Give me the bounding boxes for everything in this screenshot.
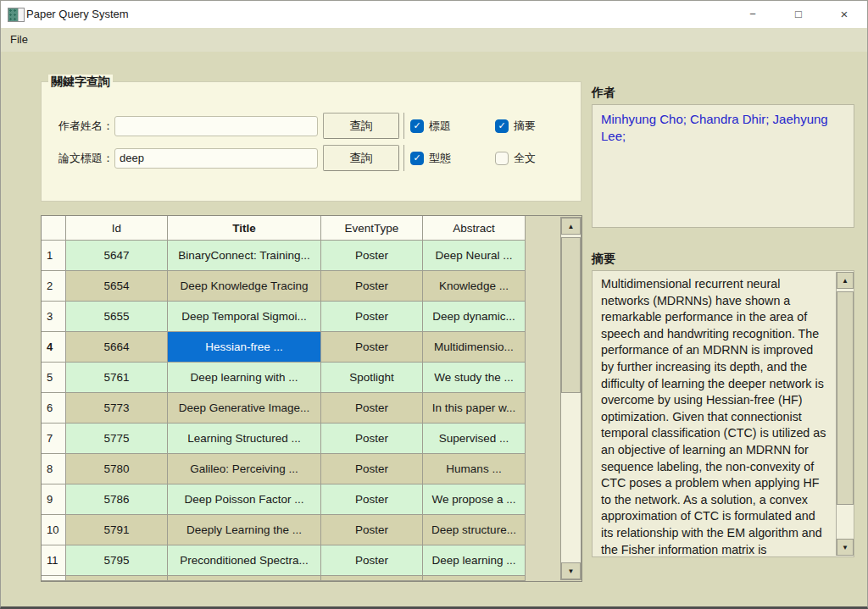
- cell-id[interactable]: 5654: [66, 271, 168, 302]
- menu-bar: File: [1, 28, 867, 52]
- title-query-row: 論文標題： 查詢 ✓ 型態 全文: [58, 145, 536, 171]
- scroll-down-icon[interactable]: ▼: [837, 539, 854, 556]
- cell-id[interactable]: 5780: [66, 454, 168, 484]
- cell-abstract[interactable]: Deep Neural ...: [423, 241, 526, 271]
- table-scrollbar-thumb[interactable]: [561, 237, 581, 393]
- scroll-up-icon[interactable]: ▲: [837, 272, 854, 289]
- cell-eventtype[interactable]: Poster: [321, 545, 423, 576]
- paper-title-input[interactable]: [114, 148, 318, 169]
- abstract-scrollbar[interactable]: ▲ ▼: [836, 272, 854, 556]
- partial-row-cell[interactable]: [168, 576, 321, 581]
- scroll-down-icon[interactable]: ▼: [561, 562, 581, 579]
- cell-title[interactable]: BinaryConnect: Training...: [168, 241, 321, 271]
- cell-title[interactable]: Deep learning with ...: [168, 363, 321, 393]
- cell-eventtype[interactable]: Poster: [321, 484, 423, 515]
- close-button[interactable]: ×: [830, 1, 859, 27]
- cell-eventtype[interactable]: Poster: [321, 424, 423, 454]
- row-number: 7: [42, 424, 66, 454]
- row-number: 3: [42, 302, 66, 332]
- row-number: 5: [42, 363, 66, 393]
- cell-eventtype[interactable]: Poster: [321, 271, 423, 302]
- cell-abstract[interactable]: Multidimensio...: [423, 332, 526, 363]
- cell-title[interactable]: Deep Generative Image...: [168, 393, 321, 424]
- row-filler: [526, 545, 562, 576]
- cell-abstract[interactable]: Supervised ...: [423, 424, 526, 454]
- cell-title[interactable]: Learning Structured ...: [168, 424, 321, 454]
- column-header-abstract[interactable]: Abstract: [423, 216, 526, 241]
- cell-title[interactable]: Galileo: Perceiving ...: [168, 454, 321, 484]
- cell-title[interactable]: Deep Temporal Sigmoi...: [168, 302, 321, 332]
- cell-eventtype[interactable]: Poster: [321, 332, 423, 363]
- menu-file[interactable]: File: [1, 28, 37, 52]
- author-query-row: 作者姓名： 查詢 ✓ 標題 ✓ 摘要: [58, 113, 536, 139]
- title-bar: Paper Query System − □ ×: [1, 1, 867, 28]
- cell-title[interactable]: Deep Knowledge Tracing: [168, 271, 321, 302]
- abstract-checkbox[interactable]: ✓: [495, 119, 509, 133]
- row-number: 8: [42, 454, 66, 484]
- fulltext-checkbox[interactable]: [495, 152, 509, 165]
- author-name-input[interactable]: [114, 116, 318, 136]
- cell-id[interactable]: 5761: [66, 363, 168, 393]
- type-checkbox-label[interactable]: 型態: [429, 151, 451, 166]
- abstract-checkbox-label[interactable]: 摘要: [514, 119, 536, 134]
- cell-title[interactable]: Deep Poisson Factor ...: [168, 484, 321, 515]
- title-checkbox[interactable]: ✓: [410, 119, 424, 133]
- row-filler: [526, 576, 562, 581]
- cell-abstract[interactable]: Deep learning ...: [423, 545, 526, 576]
- groupbox-legend: 關鍵字查詢: [48, 75, 113, 90]
- partial-row-cell[interactable]: [321, 576, 423, 581]
- row-number: 6: [42, 393, 66, 424]
- row-number: 4: [42, 332, 66, 363]
- maximize-button[interactable]: □: [784, 1, 813, 27]
- cell-eventtype[interactable]: Poster: [321, 393, 423, 424]
- cell-id[interactable]: 5647: [66, 241, 168, 271]
- cell-abstract[interactable]: We study the ...: [423, 363, 526, 393]
- partial-row-cell[interactable]: [423, 576, 526, 581]
- cell-title[interactable]: Preconditioned Spectra...: [168, 545, 321, 576]
- cell-abstract[interactable]: Deep structure...: [423, 515, 526, 545]
- column-header-id[interactable]: Id: [66, 216, 168, 241]
- author-name-label: 作者姓名：: [58, 119, 114, 134]
- cell-id[interactable]: 5775: [66, 424, 168, 454]
- separator: [403, 145, 404, 171]
- title-query-button[interactable]: 查詢: [323, 145, 399, 171]
- cell-title[interactable]: Deeply Learning the ...: [168, 515, 321, 545]
- type-checkbox[interactable]: ✓: [410, 152, 424, 165]
- cell-id[interactable]: 5791: [66, 515, 168, 545]
- cell-id[interactable]: 5795: [66, 545, 168, 576]
- cell-abstract[interactable]: Deep dynamic...: [423, 302, 526, 332]
- cell-eventtype[interactable]: Poster: [321, 241, 423, 271]
- header-filler: [526, 216, 562, 241]
- cell-eventtype[interactable]: Poster: [321, 302, 423, 332]
- row-filler: [526, 302, 562, 332]
- author-panel-label: 作者: [592, 86, 615, 101]
- scroll-up-icon[interactable]: ▲: [561, 218, 581, 235]
- column-header-title[interactable]: Title: [168, 216, 321, 241]
- cell-id[interactable]: 5664: [66, 332, 168, 363]
- minimize-button[interactable]: −: [738, 1, 767, 27]
- app-window: Paper Query System − □ × File 關鍵字查詢 作者姓名…: [0, 0, 868, 609]
- keyword-query-groupbox: 關鍵字查詢 作者姓名： 查詢 ✓ 標題 ✓ 摘要 論文標題： 查詢 ✓ 型態 全…: [41, 81, 581, 202]
- cell-abstract[interactable]: We propose a ...: [423, 484, 526, 515]
- cell-id[interactable]: 5786: [66, 484, 168, 515]
- cell-eventtype[interactable]: Poster: [321, 515, 423, 545]
- cell-id[interactable]: 5773: [66, 393, 168, 424]
- cell-eventtype[interactable]: Poster: [321, 454, 423, 484]
- row-filler: [526, 424, 562, 454]
- title-checkbox-label[interactable]: 標題: [429, 119, 451, 134]
- abstract-panel-label: 摘要: [592, 252, 615, 267]
- cell-abstract[interactable]: In this paper w...: [423, 393, 526, 424]
- abstract-scrollbar-thumb[interactable]: [837, 291, 854, 505]
- cell-abstract[interactable]: Humans ...: [423, 454, 526, 484]
- row-filler: [526, 363, 562, 393]
- cell-abstract[interactable]: Knowledge ...: [423, 271, 526, 302]
- table-scrollbar[interactable]: ▲ ▼: [560, 217, 581, 580]
- partial-row-cell[interactable]: [66, 576, 168, 581]
- cell-id[interactable]: 5655: [66, 302, 168, 332]
- column-header-eventtype[interactable]: EventType: [321, 216, 423, 241]
- cell-title[interactable]: Hessian-free ...: [168, 332, 321, 363]
- author-query-button[interactable]: 查詢: [323, 113, 399, 139]
- row-number: 1: [42, 241, 66, 271]
- cell-eventtype[interactable]: Spotlight: [321, 363, 423, 393]
- fulltext-checkbox-label[interactable]: 全文: [514, 151, 536, 166]
